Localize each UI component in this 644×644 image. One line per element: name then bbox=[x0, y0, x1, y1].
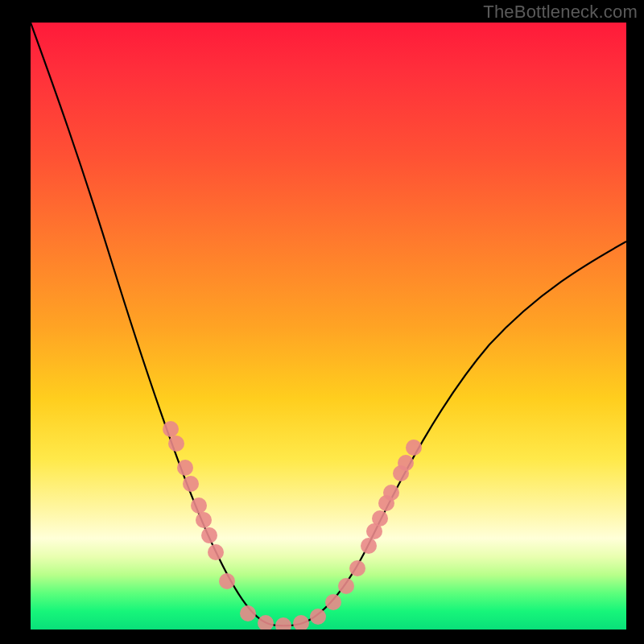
svg-point-15 bbox=[338, 578, 354, 594]
svg-point-21 bbox=[383, 485, 399, 501]
svg-point-12 bbox=[293, 615, 309, 630]
svg-point-17 bbox=[361, 538, 377, 554]
svg-point-7 bbox=[208, 544, 224, 560]
sample-dots bbox=[163, 421, 422, 630]
svg-point-4 bbox=[191, 497, 207, 514]
svg-point-3 bbox=[183, 476, 199, 492]
svg-point-16 bbox=[349, 560, 365, 576]
svg-point-19 bbox=[372, 510, 388, 526]
svg-point-13 bbox=[310, 609, 326, 625]
svg-point-0 bbox=[163, 421, 179, 437]
svg-point-1 bbox=[168, 436, 184, 452]
svg-point-10 bbox=[258, 615, 274, 630]
svg-point-9 bbox=[240, 605, 256, 621]
svg-point-8 bbox=[219, 573, 235, 589]
bottleneck-curve bbox=[31, 23, 626, 625]
watermark-text: TheBottleneck.com bbox=[483, 2, 638, 23]
svg-point-14 bbox=[325, 594, 341, 610]
svg-point-23 bbox=[398, 455, 414, 471]
curve-layer bbox=[31, 23, 626, 630]
svg-point-24 bbox=[406, 440, 422, 456]
plot-area bbox=[31, 23, 626, 630]
svg-point-11 bbox=[275, 617, 291, 630]
svg-point-5 bbox=[196, 512, 212, 528]
chart-frame: TheBottleneck.com bbox=[0, 0, 644, 644]
svg-point-2 bbox=[177, 460, 193, 476]
svg-point-6 bbox=[201, 527, 217, 543]
